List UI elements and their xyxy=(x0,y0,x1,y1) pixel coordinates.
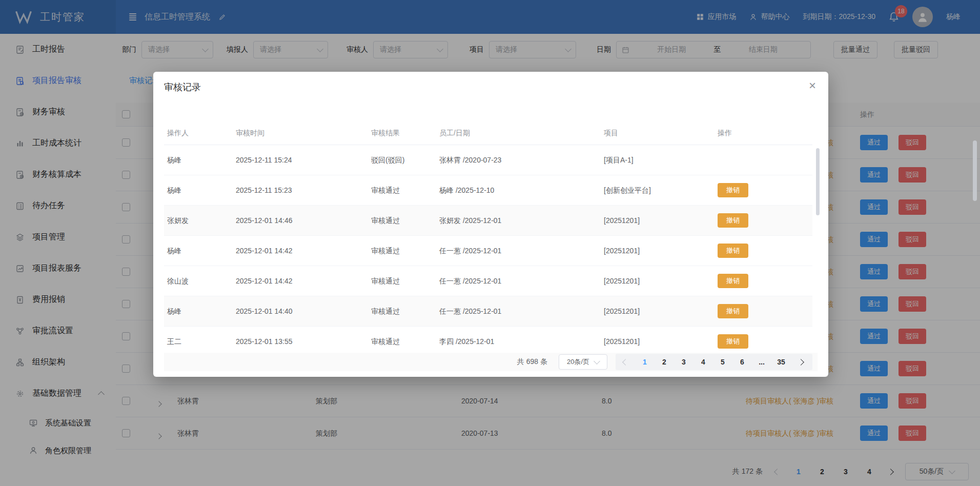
audit-record-row: 杨峰2025-12-01 14:42审核通过任一葱 /2025-12-01[20… xyxy=(164,236,812,266)
modal-scrollbar-thumb[interactable] xyxy=(816,148,820,215)
project-cell: [20251201] xyxy=(604,206,640,235)
revoke-button[interactable]: 撤销 xyxy=(718,213,748,228)
audit-result-cell: 审核通过 xyxy=(371,296,400,326)
app-window: 工时管家 信息工时管理系统 应用市场 帮助中心 到期日期：2025-12-30 … xyxy=(0,0,980,486)
audit-record-row: 徐山波2025-12-01 14:42审核通过任一葱 /2025-12-01[2… xyxy=(164,266,812,296)
audit-record-row: 杨峰2025-12-01 14:40审核通过任一葱 /2025-12-01[20… xyxy=(164,296,812,327)
operator-cell: 徐山波 xyxy=(167,266,189,296)
col-employee-date: 员工/日期 xyxy=(439,121,470,145)
employee-date-cell: 任一葱 /2025-12-01 xyxy=(439,266,501,296)
total-count: 共 698 条 xyxy=(517,357,547,367)
revoke-button[interactable]: 撤销 xyxy=(718,304,748,318)
col-project: 项目 xyxy=(604,121,618,145)
prev-page-button[interactable] xyxy=(616,360,635,364)
page-number[interactable]: 4 xyxy=(693,358,713,366)
employee-date-cell: 任一葱 /2025-12-01 xyxy=(439,236,501,266)
page-number[interactable]: 35 xyxy=(771,358,791,366)
project-cell: [20251201] xyxy=(604,296,640,326)
pager: 1 2 3 4 5 6 ... 35 xyxy=(616,354,812,370)
chevron-down-icon xyxy=(594,358,600,364)
project-cell: [项目A-1] xyxy=(604,145,634,175)
audit-record-row: 杨峰2025-12-11 15:23审核通过杨峰 /2025-12-10[创新创… xyxy=(164,175,812,206)
revoke-button[interactable]: 撤销 xyxy=(718,244,748,258)
employee-date-cell: 张妍发 /2025-12-01 xyxy=(439,206,501,235)
col-audit-time: 审核时间 xyxy=(236,121,264,145)
project-cell: [创新创业平台] xyxy=(604,175,651,205)
page-size-value: 20条/页 xyxy=(567,357,589,367)
more-pages-ellipsis[interactable]: ... xyxy=(752,358,771,366)
page-size-select[interactable]: 20条/页 xyxy=(559,354,607,370)
project-cell: [20251201] xyxy=(604,266,640,296)
operator-cell: 杨峰 xyxy=(167,296,181,326)
revoke-button[interactable]: 撤销 xyxy=(718,183,748,197)
audit-time-cell: 2025-12-01 14:42 xyxy=(236,266,293,296)
audit-time-cell: 2025-12-11 15:23 xyxy=(236,175,292,205)
revoke-button[interactable]: 撤销 xyxy=(718,274,748,288)
col-operation: 操作 xyxy=(718,121,732,145)
next-page-button[interactable] xyxy=(791,360,810,364)
page-number[interactable]: 5 xyxy=(713,358,732,366)
operator-cell: 杨峰 xyxy=(167,175,181,205)
audit-time-cell: 2025-12-01 14:40 xyxy=(236,296,293,326)
audit-records-dialog: 审核记录 × 操作人 审核时间 审核结果 员工/日期 项目 操作 杨峰2025-… xyxy=(153,72,828,377)
page-number[interactable]: 3 xyxy=(674,358,693,366)
revoke-button[interactable]: 撤销 xyxy=(718,334,748,349)
audit-time-cell: 2025-12-01 13:55 xyxy=(236,327,293,356)
project-cell: [20251201] xyxy=(604,327,640,356)
page-scrollbar-thumb[interactable] xyxy=(973,140,977,201)
modal-pagination: 共 698 条 20条/页 1 2 3 4 5 6 ... 35 xyxy=(164,353,818,371)
page-number[interactable]: 2 xyxy=(655,358,674,366)
audit-result-cell: 审核通过 xyxy=(371,266,400,296)
operator-cell: 杨峰 xyxy=(167,145,181,175)
project-cell: [20251201] xyxy=(604,236,640,266)
operator-cell: 王二 xyxy=(167,327,181,356)
audit-table-header: 操作人 审核时间 审核结果 员工/日期 项目 操作 xyxy=(164,121,812,145)
audit-records-table: 操作人 审核时间 审核结果 员工/日期 项目 操作 杨峰2025-12-11 1… xyxy=(164,121,812,357)
audit-result-cell: 审核通过 xyxy=(371,206,400,235)
dialog-title: 审核记录 xyxy=(164,81,201,93)
employee-date-cell: 任一葱 /2025-12-01 xyxy=(439,296,501,326)
col-operator: 操作人 xyxy=(167,121,189,145)
audit-result-cell: 审核通过 xyxy=(371,175,400,205)
audit-record-row: 杨峰2025-12-11 15:24驳回(驳回)张林霄 /2020-07-23[… xyxy=(164,145,812,175)
audit-time-cell: 2025-12-01 14:42 xyxy=(236,236,293,266)
operator-cell: 张妍发 xyxy=(167,206,189,235)
employee-date-cell: 杨峰 /2025-12-10 xyxy=(439,175,494,205)
page-number[interactable]: 6 xyxy=(732,358,752,366)
audit-result-cell: 审核通过 xyxy=(371,236,400,266)
employee-date-cell: 张林霄 /2020-07-23 xyxy=(439,145,501,175)
employee-date-cell: 李四 /2025-12-01 xyxy=(439,327,494,356)
audit-result-cell: 审核通过 xyxy=(371,327,400,356)
close-icon[interactable]: × xyxy=(806,79,819,92)
page-number[interactable]: 1 xyxy=(635,358,655,366)
audit-record-row: 张妍发2025-12-01 14:46审核通过张妍发 /2025-12-01[2… xyxy=(164,206,812,236)
audit-time-cell: 2025-12-01 14:46 xyxy=(236,206,293,235)
col-audit-result: 审核结果 xyxy=(371,121,400,145)
audit-result-cell: 驳回(驳回) xyxy=(371,145,404,175)
audit-time-cell: 2025-12-11 15:24 xyxy=(236,145,292,175)
operator-cell: 杨峰 xyxy=(167,236,181,266)
